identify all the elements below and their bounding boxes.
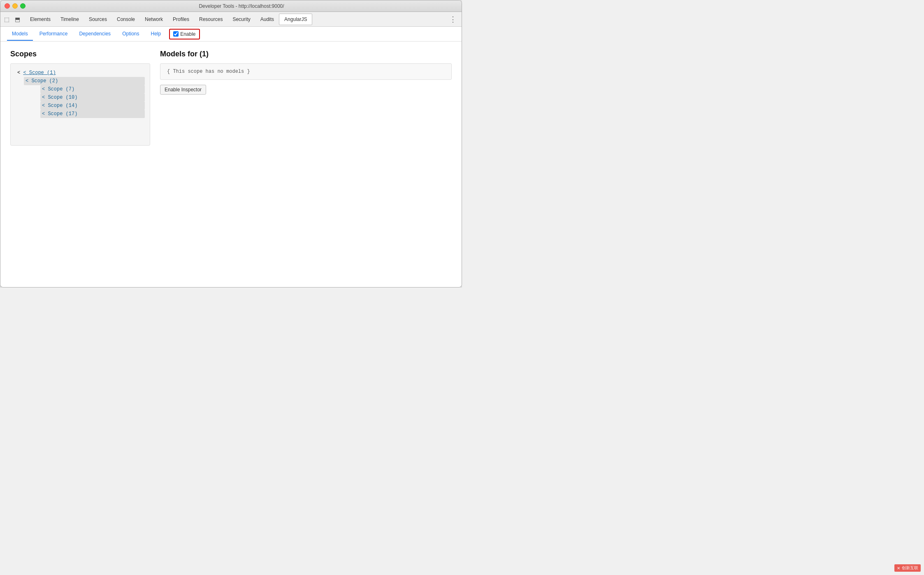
scope-link-6[interactable]: < Scope (17) bbox=[42, 111, 77, 117]
scope-link-4[interactable]: < Scope (10) bbox=[42, 95, 77, 100]
maximize-button[interactable] bbox=[20, 3, 26, 9]
enable-checkbox-input[interactable] bbox=[173, 31, 179, 37]
nav-tabs: Elements Timeline Sources Console Networ… bbox=[25, 14, 446, 25]
tab-network[interactable]: Network bbox=[140, 14, 168, 25]
models-title: Models for (1) bbox=[160, 50, 452, 58]
tab-resources[interactable]: Resources bbox=[194, 14, 228, 25]
scope-link-2[interactable]: Scope (2) bbox=[31, 78, 58, 84]
enable-checkbox[interactable]: Enable bbox=[169, 29, 200, 39]
devtools-nav: ⬚ ⬒ Elements Timeline Sources Console Ne… bbox=[0, 12, 462, 27]
scope-link-3[interactable]: < Scope (7) bbox=[42, 86, 74, 92]
devtools-content: Models Performance Dependencies Options … bbox=[0, 27, 462, 287]
scope-row-1: < < Scope (1) bbox=[16, 69, 145, 77]
subtab-help[interactable]: Help bbox=[146, 28, 166, 41]
nav-icons: ⬚ ⬒ bbox=[2, 15, 22, 24]
device-icon[interactable]: ⬒ bbox=[13, 15, 22, 24]
subtab-options[interactable]: Options bbox=[117, 28, 144, 41]
models-empty-message: { This scope has no models } bbox=[160, 63, 452, 80]
tab-timeline[interactable]: Timeline bbox=[56, 14, 84, 25]
main-area: Scopes < < Scope (1) < Scope (2) bbox=[0, 42, 462, 287]
sub-tabs: Models Performance Dependencies Options … bbox=[0, 27, 462, 42]
scope-item-3: < Scope (7) < Scope (10) < Scope (14) < … bbox=[24, 85, 145, 118]
minimize-button[interactable] bbox=[12, 3, 18, 9]
tab-audits[interactable]: Audits bbox=[255, 14, 279, 25]
scope-row-4: < Scope (10) bbox=[40, 93, 145, 102]
enable-label: Enable bbox=[180, 31, 195, 37]
scope-item-2: < Scope (2) < Scope (7) < Scope (10) bbox=[16, 77, 145, 118]
subtab-models[interactable]: Models bbox=[7, 28, 33, 41]
tab-security[interactable]: Security bbox=[228, 14, 255, 25]
scope-link-5[interactable]: < Scope (14) bbox=[42, 103, 77, 109]
close-button[interactable] bbox=[5, 3, 10, 9]
tab-console[interactable]: Console bbox=[112, 14, 140, 25]
scope-row-5: < Scope (14) bbox=[40, 102, 145, 110]
tab-profiles[interactable]: Profiles bbox=[168, 14, 194, 25]
subtab-dependencies[interactable]: Dependencies bbox=[74, 28, 116, 41]
models-panel: Models for (1) { This scope has no model… bbox=[160, 50, 452, 279]
window-title: Developer Tools - http://localhost:9000/ bbox=[26, 3, 457, 9]
scope-row-2: < Scope (2) bbox=[24, 77, 145, 85]
enable-inspector-button[interactable]: Enable Inspector bbox=[160, 85, 206, 95]
traffic-lights bbox=[5, 3, 26, 9]
subtab-performance[interactable]: Performance bbox=[35, 28, 73, 41]
scope-row-3: < Scope (7) bbox=[40, 85, 145, 93]
tab-elements[interactable]: Elements bbox=[25, 14, 56, 25]
models-empty-text: { This scope has no models } bbox=[167, 69, 250, 74]
tab-angularjs[interactable]: AngularJS bbox=[279, 14, 312, 25]
scope-tree: < < Scope (1) < Scope (2) < Scope (7) bbox=[10, 63, 150, 146]
scope-link-1[interactable]: < Scope (1) bbox=[23, 70, 56, 76]
more-options-icon[interactable]: ⋮ bbox=[446, 15, 460, 24]
devtools-window: Developer Tools - http://localhost:9000/… bbox=[0, 0, 462, 288]
scope-row-6: < Scope (17) bbox=[40, 110, 145, 118]
scopes-panel: Scopes < < Scope (1) < Scope (2) bbox=[10, 50, 150, 279]
scope-item-1: < < Scope (1) < Scope (2) < Scope (7) bbox=[16, 69, 145, 118]
tab-sources[interactable]: Sources bbox=[84, 14, 112, 25]
titlebar: Developer Tools - http://localhost:9000/ bbox=[0, 0, 462, 12]
scope-text-2: < bbox=[26, 78, 31, 84]
scopes-title: Scopes bbox=[10, 50, 150, 58]
scope-arrow-1: < bbox=[17, 70, 23, 76]
inspect-icon[interactable]: ⬚ bbox=[2, 15, 11, 24]
